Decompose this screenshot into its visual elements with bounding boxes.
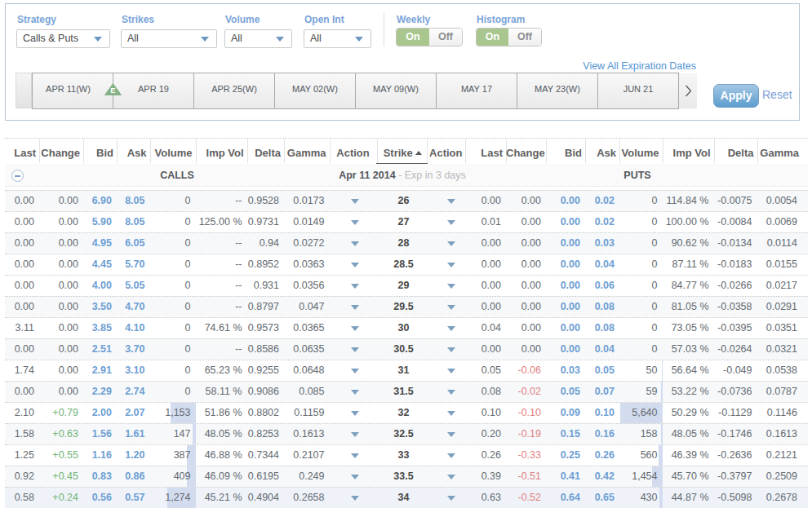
- svg-text:E: E: [110, 86, 115, 95]
